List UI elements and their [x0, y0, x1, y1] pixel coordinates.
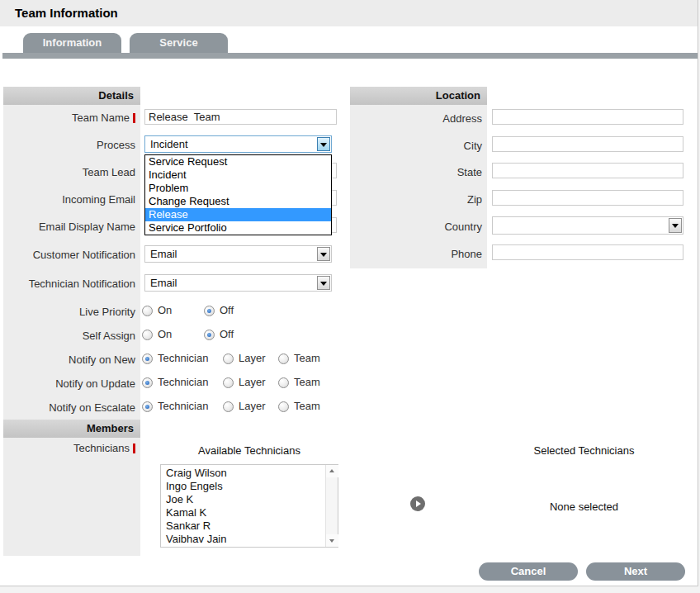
members-section-header: Members [3, 420, 140, 438]
radio-icon[interactable] [223, 401, 234, 412]
available-technicians-title: Available Technicians [160, 444, 338, 457]
team-information-window: Team Information Information Service Det… [0, 0, 698, 586]
customer-notification-value: Email [150, 246, 177, 262]
radio-selected-icon[interactable] [142, 353, 153, 364]
notify-new-technician-option[interactable]: Technician [142, 353, 208, 364]
notify-update-team-option[interactable]: Team [278, 377, 320, 388]
city-input[interactable] [492, 136, 683, 152]
radio-selected-icon[interactable] [142, 401, 153, 412]
available-technicians-listbox[interactable]: Craig Wilson Ingo Engels Joe K Kamal K S… [160, 464, 338, 548]
scroll-down-icon[interactable] [326, 534, 338, 547]
radio-icon[interactable] [223, 353, 234, 364]
listbox-scrollbar[interactable] [325, 465, 338, 547]
chevron-down-icon[interactable] [317, 137, 330, 151]
live-priority-on-option[interactable]: On [142, 305, 172, 316]
technician-list-item[interactable]: Sankar R [161, 519, 338, 533]
chevron-down-icon[interactable] [317, 247, 330, 261]
state-input[interactable] [492, 163, 683, 178]
country-label: Country [350, 221, 482, 234]
live-priority-label: Live Priority [3, 306, 135, 319]
page-header: Team Information [0, 0, 698, 26]
address-input[interactable] [492, 109, 683, 125]
radio-icon[interactable] [278, 377, 289, 388]
location-section-header: Location [350, 87, 487, 105]
tab-service[interactable]: Service [130, 33, 228, 53]
cancel-button[interactable]: Cancel [479, 562, 578, 581]
process-option[interactable]: Service Portfolio [145, 221, 331, 235]
phone-label: Phone [350, 248, 482, 261]
radio-selected-icon[interactable] [142, 377, 153, 388]
process-option[interactable]: Incident [145, 168, 331, 182]
selected-technicians-title: Selected Technicians [495, 444, 673, 457]
radio-icon[interactable] [278, 353, 289, 364]
radio-icon[interactable] [223, 377, 234, 388]
process-select[interactable]: Incident [144, 135, 332, 153]
technician-notification-value: Email [150, 275, 177, 291]
process-selected-value: Incident [150, 136, 188, 152]
next-button[interactable]: Next [586, 562, 685, 581]
chevron-down-icon[interactable] [317, 276, 330, 290]
location-label-column [350, 105, 487, 268]
technician-list-item[interactable]: Kamal K [161, 506, 338, 519]
notify-escalate-team-option[interactable]: Team [278, 401, 320, 412]
tab-information[interactable]: Information [23, 33, 121, 53]
notify-on-escalate-label: Notify on Escalate [3, 401, 135, 415]
live-priority-off-option[interactable]: Off [204, 305, 234, 316]
radio-icon[interactable] [142, 330, 153, 340]
technician-notification-label: Technician Notification [3, 278, 135, 291]
email-display-name-label: Email Display Name [3, 221, 135, 234]
address-label: Address [350, 112, 482, 126]
self-assign-off-option[interactable]: Off [204, 329, 234, 340]
scroll-up-icon[interactable] [326, 465, 338, 477]
process-option-highlighted[interactable]: Release [145, 208, 331, 221]
notify-new-team-option[interactable]: Team [278, 353, 320, 364]
technician-list-item[interactable]: Joe K [161, 493, 338, 506]
notify-update-layer-option[interactable]: Layer [223, 377, 266, 388]
technician-list-item[interactable]: Ingo Engels [161, 480, 338, 493]
self-assign-on-option[interactable]: On [142, 329, 172, 340]
state-label: State [350, 166, 482, 179]
radio-icon[interactable] [278, 401, 289, 412]
team-name-label: Team Name [3, 111, 135, 125]
technician-list-item[interactable]: Vaibhav Jain [161, 533, 338, 546]
self-assign-label: Self Assign [3, 330, 135, 343]
zip-input[interactable] [492, 190, 683, 206]
notify-new-layer-option[interactable]: Layer [223, 353, 266, 364]
customer-notification-label: Customer Notification [3, 249, 135, 262]
phone-input[interactable] [492, 244, 683, 260]
team-lead-label: Team Lead [3, 166, 135, 179]
process-label: Process [3, 139, 135, 152]
page-title: Team Information [15, 6, 118, 20]
required-marker [133, 113, 135, 123]
process-option[interactable]: Service Request [145, 155, 331, 168]
required-marker [133, 444, 135, 453]
radio-icon[interactable] [142, 306, 153, 316]
country-select[interactable] [492, 216, 683, 235]
notify-escalate-layer-option[interactable]: Layer [223, 401, 266, 412]
team-name-input[interactable] [144, 109, 337, 125]
details-section-header: Details [3, 87, 140, 105]
chevron-down-icon[interactable] [669, 218, 682, 233]
notify-escalate-technician-option[interactable]: Technician [142, 401, 208, 412]
incoming-email-label: Incoming Email [3, 193, 135, 206]
radio-selected-icon[interactable] [204, 330, 215, 340]
zip-label: Zip [350, 193, 482, 206]
technician-notification-select[interactable]: Email [144, 274, 332, 292]
radio-selected-icon[interactable] [204, 306, 215, 316]
move-right-button[interactable] [410, 496, 425, 511]
process-option[interactable]: Change Request [145, 195, 331, 208]
notify-on-update-label: Notify on Update [3, 377, 135, 391]
notify-on-new-label: Notify on New [3, 353, 135, 367]
notify-update-technician-option[interactable]: Technician [142, 377, 208, 388]
city-label: City [350, 140, 482, 153]
technician-list-item[interactable]: Craig Wilson [161, 467, 338, 480]
technicians-label: Technicians [3, 442, 135, 455]
tab-bar-divider [2, 53, 698, 59]
process-dropdown-list: Service Request Incident Problem Change … [144, 154, 332, 235]
process-option[interactable]: Problem [145, 182, 331, 195]
customer-notification-select[interactable]: Email [144, 245, 332, 263]
selected-technicians-empty-text: None selected [495, 500, 673, 513]
